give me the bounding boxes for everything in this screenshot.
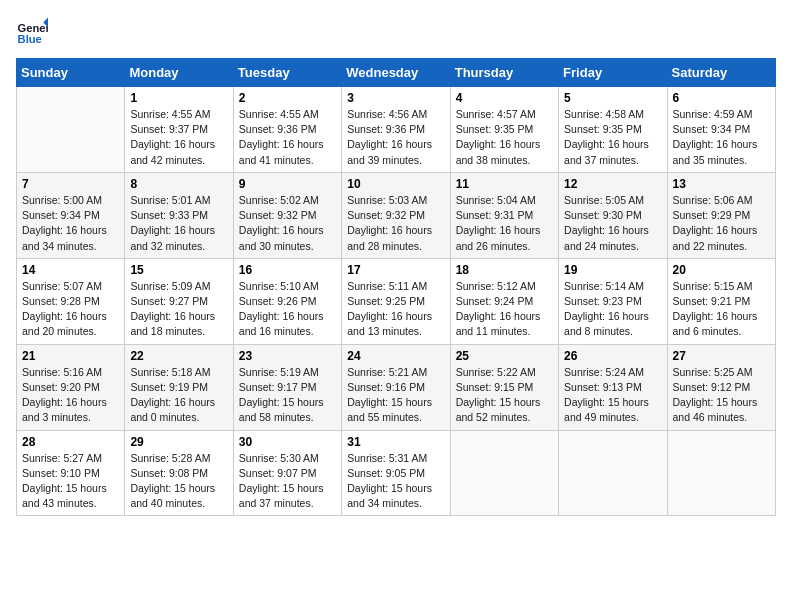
calendar-cell: 26Sunrise: 5:24 AM Sunset: 9:13 PM Dayli… (559, 344, 667, 430)
day-number: 29 (130, 435, 227, 449)
day-number: 9 (239, 177, 336, 191)
calendar-cell: 20Sunrise: 5:15 AM Sunset: 9:21 PM Dayli… (667, 258, 775, 344)
day-info: Sunrise: 5:04 AM Sunset: 9:31 PM Dayligh… (456, 193, 553, 254)
day-info: Sunrise: 5:19 AM Sunset: 9:17 PM Dayligh… (239, 365, 336, 426)
day-number: 2 (239, 91, 336, 105)
day-info: Sunrise: 5:01 AM Sunset: 9:33 PM Dayligh… (130, 193, 227, 254)
day-number: 1 (130, 91, 227, 105)
calendar-cell: 6Sunrise: 4:59 AM Sunset: 9:34 PM Daylig… (667, 87, 775, 173)
calendar-cell: 18Sunrise: 5:12 AM Sunset: 9:24 PM Dayli… (450, 258, 558, 344)
day-number: 6 (673, 91, 770, 105)
day-info: Sunrise: 4:59 AM Sunset: 9:34 PM Dayligh… (673, 107, 770, 168)
calendar-cell: 16Sunrise: 5:10 AM Sunset: 9:26 PM Dayli… (233, 258, 341, 344)
calendar-cell: 23Sunrise: 5:19 AM Sunset: 9:17 PM Dayli… (233, 344, 341, 430)
weekday-header-thursday: Thursday (450, 59, 558, 87)
day-number: 24 (347, 349, 444, 363)
calendar-week-row: 28Sunrise: 5:27 AM Sunset: 9:10 PM Dayli… (17, 430, 776, 516)
calendar-cell: 11Sunrise: 5:04 AM Sunset: 9:31 PM Dayli… (450, 172, 558, 258)
day-info: Sunrise: 5:31 AM Sunset: 9:05 PM Dayligh… (347, 451, 444, 512)
day-number: 18 (456, 263, 553, 277)
day-info: Sunrise: 5:25 AM Sunset: 9:12 PM Dayligh… (673, 365, 770, 426)
day-number: 13 (673, 177, 770, 191)
calendar-cell: 1Sunrise: 4:55 AM Sunset: 9:37 PM Daylig… (125, 87, 233, 173)
day-number: 16 (239, 263, 336, 277)
day-info: Sunrise: 4:56 AM Sunset: 9:36 PM Dayligh… (347, 107, 444, 168)
calendar-cell: 7Sunrise: 5:00 AM Sunset: 9:34 PM Daylig… (17, 172, 125, 258)
calendar-cell: 5Sunrise: 4:58 AM Sunset: 9:35 PM Daylig… (559, 87, 667, 173)
calendar-cell: 8Sunrise: 5:01 AM Sunset: 9:33 PM Daylig… (125, 172, 233, 258)
day-number: 3 (347, 91, 444, 105)
day-info: Sunrise: 4:55 AM Sunset: 9:37 PM Dayligh… (130, 107, 227, 168)
day-info: Sunrise: 5:12 AM Sunset: 9:24 PM Dayligh… (456, 279, 553, 340)
day-number: 10 (347, 177, 444, 191)
calendar-week-row: 14Sunrise: 5:07 AM Sunset: 9:28 PM Dayli… (17, 258, 776, 344)
calendar-cell: 13Sunrise: 5:06 AM Sunset: 9:29 PM Dayli… (667, 172, 775, 258)
day-number: 14 (22, 263, 119, 277)
day-info: Sunrise: 5:24 AM Sunset: 9:13 PM Dayligh… (564, 365, 661, 426)
day-number: 15 (130, 263, 227, 277)
weekday-header-friday: Friday (559, 59, 667, 87)
calendar-cell: 9Sunrise: 5:02 AM Sunset: 9:32 PM Daylig… (233, 172, 341, 258)
day-info: Sunrise: 4:57 AM Sunset: 9:35 PM Dayligh… (456, 107, 553, 168)
calendar-table: SundayMondayTuesdayWednesdayThursdayFrid… (16, 58, 776, 516)
day-number: 30 (239, 435, 336, 449)
day-number: 21 (22, 349, 119, 363)
day-number: 23 (239, 349, 336, 363)
day-info: Sunrise: 5:18 AM Sunset: 9:19 PM Dayligh… (130, 365, 227, 426)
day-info: Sunrise: 5:09 AM Sunset: 9:27 PM Dayligh… (130, 279, 227, 340)
day-number: 22 (130, 349, 227, 363)
calendar-cell (559, 430, 667, 516)
calendar-week-row: 1Sunrise: 4:55 AM Sunset: 9:37 PM Daylig… (17, 87, 776, 173)
svg-text:Blue: Blue (18, 33, 42, 45)
calendar-cell: 29Sunrise: 5:28 AM Sunset: 9:08 PM Dayli… (125, 430, 233, 516)
calendar-cell: 27Sunrise: 5:25 AM Sunset: 9:12 PM Dayli… (667, 344, 775, 430)
calendar-cell: 28Sunrise: 5:27 AM Sunset: 9:10 PM Dayli… (17, 430, 125, 516)
day-info: Sunrise: 5:03 AM Sunset: 9:32 PM Dayligh… (347, 193, 444, 254)
weekday-header-sunday: Sunday (17, 59, 125, 87)
day-number: 11 (456, 177, 553, 191)
svg-text:General: General (18, 22, 48, 34)
logo-icon: General Blue (16, 16, 48, 48)
day-info: Sunrise: 5:11 AM Sunset: 9:25 PM Dayligh… (347, 279, 444, 340)
weekday-header-saturday: Saturday (667, 59, 775, 87)
day-info: Sunrise: 5:16 AM Sunset: 9:20 PM Dayligh… (22, 365, 119, 426)
day-number: 4 (456, 91, 553, 105)
calendar-week-row: 21Sunrise: 5:16 AM Sunset: 9:20 PM Dayli… (17, 344, 776, 430)
day-info: Sunrise: 5:05 AM Sunset: 9:30 PM Dayligh… (564, 193, 661, 254)
day-number: 17 (347, 263, 444, 277)
day-number: 31 (347, 435, 444, 449)
day-info: Sunrise: 5:27 AM Sunset: 9:10 PM Dayligh… (22, 451, 119, 512)
logo: General Blue (16, 16, 48, 48)
calendar-cell: 2Sunrise: 4:55 AM Sunset: 9:36 PM Daylig… (233, 87, 341, 173)
day-number: 25 (456, 349, 553, 363)
weekday-header-tuesday: Tuesday (233, 59, 341, 87)
day-info: Sunrise: 4:58 AM Sunset: 9:35 PM Dayligh… (564, 107, 661, 168)
day-info: Sunrise: 5:00 AM Sunset: 9:34 PM Dayligh… (22, 193, 119, 254)
calendar-cell: 21Sunrise: 5:16 AM Sunset: 9:20 PM Dayli… (17, 344, 125, 430)
calendar-cell: 12Sunrise: 5:05 AM Sunset: 9:30 PM Dayli… (559, 172, 667, 258)
calendar-cell: 24Sunrise: 5:21 AM Sunset: 9:16 PM Dayli… (342, 344, 450, 430)
calendar-cell: 19Sunrise: 5:14 AM Sunset: 9:23 PM Dayli… (559, 258, 667, 344)
day-number: 20 (673, 263, 770, 277)
day-info: Sunrise: 5:02 AM Sunset: 9:32 PM Dayligh… (239, 193, 336, 254)
day-info: Sunrise: 5:06 AM Sunset: 9:29 PM Dayligh… (673, 193, 770, 254)
day-info: Sunrise: 5:22 AM Sunset: 9:15 PM Dayligh… (456, 365, 553, 426)
weekday-header-monday: Monday (125, 59, 233, 87)
calendar-cell: 17Sunrise: 5:11 AM Sunset: 9:25 PM Dayli… (342, 258, 450, 344)
day-number: 27 (673, 349, 770, 363)
day-info: Sunrise: 5:21 AM Sunset: 9:16 PM Dayligh… (347, 365, 444, 426)
day-number: 7 (22, 177, 119, 191)
calendar-cell (450, 430, 558, 516)
calendar-cell (17, 87, 125, 173)
weekday-header-wednesday: Wednesday (342, 59, 450, 87)
calendar-cell: 22Sunrise: 5:18 AM Sunset: 9:19 PM Dayli… (125, 344, 233, 430)
calendar-week-row: 7Sunrise: 5:00 AM Sunset: 9:34 PM Daylig… (17, 172, 776, 258)
calendar-cell: 25Sunrise: 5:22 AM Sunset: 9:15 PM Dayli… (450, 344, 558, 430)
day-number: 26 (564, 349, 661, 363)
day-info: Sunrise: 5:14 AM Sunset: 9:23 PM Dayligh… (564, 279, 661, 340)
calendar-cell: 4Sunrise: 4:57 AM Sunset: 9:35 PM Daylig… (450, 87, 558, 173)
calendar-cell: 15Sunrise: 5:09 AM Sunset: 9:27 PM Dayli… (125, 258, 233, 344)
calendar-cell (667, 430, 775, 516)
calendar-cell: 3Sunrise: 4:56 AM Sunset: 9:36 PM Daylig… (342, 87, 450, 173)
day-info: Sunrise: 5:15 AM Sunset: 9:21 PM Dayligh… (673, 279, 770, 340)
